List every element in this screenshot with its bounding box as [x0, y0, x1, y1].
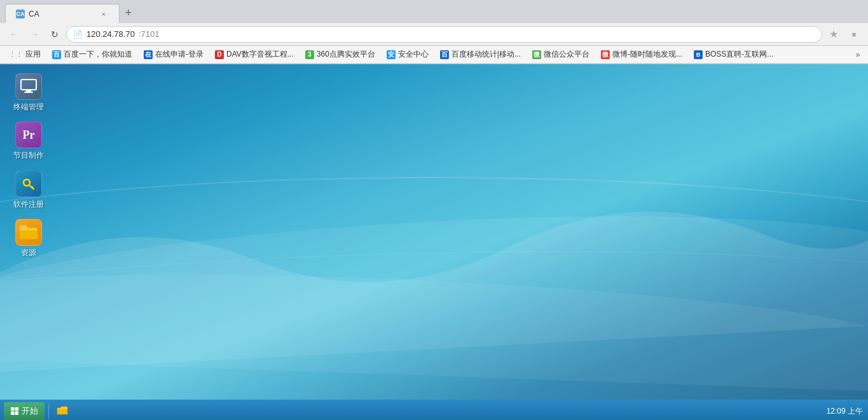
desktop: 终端管理 Pr 节目制作 软件注册 [0, 64, 868, 400]
svg-rect-6 [11, 407, 15, 411]
premiere-label: 节目制作 [13, 151, 44, 160]
time-display: 12:09 上午 [827, 407, 863, 416]
nav-bar: ← → ↻ 📄 120.24.78.70:7101 ★ ≡ [0, 23, 868, 46]
svg-rect-9 [15, 412, 19, 416]
svg-rect-1 [26, 90, 31, 92]
bookmark-baidu-stats[interactable]: 百 百度移动统计|移动... [435, 48, 526, 62]
bookmark-star-button[interactable]: ★ [825, 25, 843, 43]
taskbar: 开始 12:09 上午 [0, 400, 868, 420]
tab-title: CA [29, 10, 39, 18]
menu-button[interactable]: ≡ [845, 25, 863, 43]
bookmark-apps[interactable]: ⋮⋮ 应用 [4, 48, 46, 62]
explorer-icon [57, 406, 68, 416]
start-label: 开始 [22, 405, 38, 417]
taskbar-divider [48, 403, 49, 419]
taskbar-time: 12:09 上午 [827, 406, 863, 417]
terminal-management-icon[interactable]: 终端管理 [6, 71, 51, 114]
back-button[interactable]: ← [5, 25, 23, 43]
software-register-icon[interactable]: 软件注册 [6, 168, 51, 211]
premiere-icon-image: Pr [15, 122, 42, 148]
svg-rect-2 [24, 92, 33, 93]
forward-button[interactable]: → [25, 25, 43, 43]
tab-bar: CA CA × + [0, 0, 868, 23]
bookmark-baidu[interactable]: 百 百度一下，你就知道 [47, 48, 137, 62]
360-favicon: 3 [305, 50, 314, 59]
key-svg [21, 176, 36, 192]
bookmark-dav[interactable]: D DAV数字音视工程... [210, 48, 299, 62]
windows-icon [10, 407, 19, 416]
apps-grid-icon: ⋮⋮ [9, 50, 23, 59]
desktop-icons: 终端管理 Pr 节目制作 软件注册 [6, 71, 51, 260]
wave-svg [0, 145, 868, 400]
boss-favicon: B [694, 50, 703, 59]
dav-favicon: D [215, 50, 224, 59]
bookmark-apps-label: 应用 [25, 49, 41, 60]
tab-close-button[interactable]: × [99, 9, 109, 19]
bookmark-wechat-label: 微信公众平台 [544, 49, 589, 60]
start-button[interactable]: 开始 [4, 402, 45, 420]
url-port: :7101 [139, 29, 160, 39]
bookmark-apply[interactable]: 在 在线申请-登录 [139, 48, 209, 62]
program-production-icon[interactable]: Pr 节目制作 [6, 119, 51, 162]
bookmark-security[interactable]: 安 安全中心 [382, 48, 434, 62]
bookmark-weibo-label: 微博-随时随地发现... [612, 49, 682, 60]
bookmark-baidu-stats-label: 百度移动统计|移动... [451, 49, 521, 60]
svg-rect-0 [21, 80, 36, 90]
bookmark-weibo[interactable]: 微 微博-随时随地发现... [596, 48, 687, 62]
new-tab-button[interactable]: + [120, 4, 137, 22]
bookmark-wechat[interactable]: 微 微信公众平台 [527, 48, 595, 62]
monitor-svg [20, 78, 38, 95]
browser-chrome: CA CA × + ← → ↻ 📄 120.24.78.70:7101 ★ ≡ … [0, 0, 868, 64]
bookmark-boss[interactable]: B BOSS直聘-互联网... [689, 48, 778, 62]
bookmarks-more-button[interactable]: » [851, 48, 864, 61]
bookmark-360[interactable]: 3 360点腾实效平台 [300, 48, 380, 62]
bookmark-security-label: 安全中心 [398, 49, 429, 60]
folder-icon-image [15, 219, 42, 246]
bookmark-baidu-label: 百度一下，你就知道 [64, 49, 132, 60]
premiere-pr-text: Pr [23, 129, 35, 142]
wechat-favicon: 微 [532, 50, 541, 59]
resources-label: 资源 [21, 248, 36, 257]
register-icon-image [15, 171, 42, 197]
bookmark-boss-label: BOSS直聘-互联网... [705, 49, 773, 60]
reload-button[interactable]: ↻ [46, 25, 64, 43]
weibo-favicon: 微 [601, 50, 610, 59]
apply-favicon: 在 [144, 50, 153, 59]
tab-favicon: CA [16, 10, 25, 18]
address-bar[interactable]: 📄 120.24.78.70:7101 [66, 26, 822, 43]
bookmark-dav-label: DAV数字音视工程... [226, 49, 294, 60]
svg-rect-7 [15, 407, 19, 411]
active-tab[interactable]: CA CA × [5, 4, 120, 23]
terminal-icon-image [15, 73, 42, 100]
bookmark-apply-label: 在线申请-登录 [155, 49, 203, 60]
security-favicon: 安 [387, 50, 396, 59]
register-label: 软件注册 [13, 200, 44, 209]
terminal-label: 终端管理 [13, 102, 44, 111]
resources-folder-icon[interactable]: 资源 [6, 216, 51, 260]
bookmark-360-label: 360点腾实效平台 [317, 49, 375, 60]
page-icon: 📄 [73, 30, 83, 39]
baidu-stats-favicon: 百 [440, 50, 449, 59]
baidu-favicon: 百 [52, 50, 61, 59]
svg-rect-8 [11, 412, 15, 416]
folder-svg [18, 224, 39, 241]
taskbar-explorer-app[interactable] [53, 403, 72, 419]
bookmarks-bar: ⋮⋮ 应用 百 百度一下，你就知道 在 在线申请-登录 D DAV数字音视工程.… [0, 46, 868, 64]
url-main: 120.24.78.70 [86, 29, 135, 39]
